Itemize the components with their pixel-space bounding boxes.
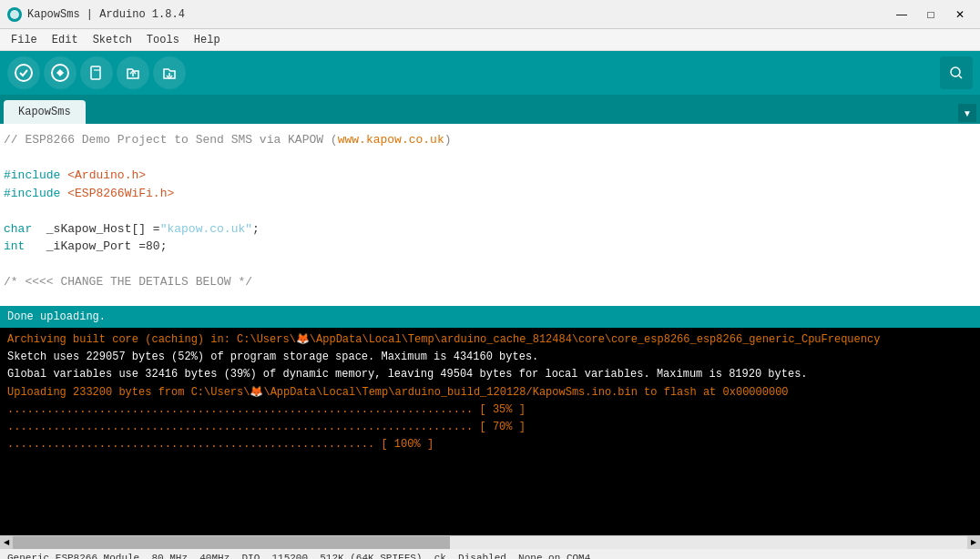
svg-rect-3	[91, 66, 100, 79]
menu-edit[interactable]: Edit	[45, 32, 86, 48]
code-line-1: // ESP8266 Demo Project to Send SMS via …	[4, 131, 973, 149]
code-line-9: /* <<<< CHANGE THE DETAILS BELOW */	[4, 273, 973, 291]
console-line-5: ........................................…	[7, 401, 973, 419]
menu-help[interactable]: Help	[187, 32, 228, 48]
svg-point-1	[15, 65, 32, 81]
svg-point-7	[951, 67, 960, 76]
save-button[interactable]	[153, 56, 186, 89]
code-editor[interactable]: // ESP8266 Demo Project to Send SMS via …	[0, 124, 980, 306]
console-line-6: ........................................…	[7, 419, 973, 436]
maximize-button[interactable]: □	[918, 5, 944, 25]
console-line-1: Archiving built core (caching) in: C:\Us…	[7, 331, 973, 349]
tab-controls: ▼	[958, 104, 976, 124]
app-icon	[7, 7, 22, 22]
tab-kapowsms[interactable]: KapowSms	[4, 100, 86, 124]
scroll-track[interactable]	[13, 536, 967, 549]
new-button[interactable]	[80, 56, 113, 89]
title-left: KapowSms | Arduino 1.8.4	[7, 7, 185, 22]
menu-sketch[interactable]: Sketch	[86, 32, 139, 48]
svg-point-0	[10, 10, 19, 19]
serial-monitor-button[interactable]	[940, 56, 973, 89]
code-line-8	[4, 256, 973, 274]
horizontal-scrollbar[interactable]: ◀ ▶	[0, 535, 980, 548]
menu-tools[interactable]: Tools	[139, 32, 187, 48]
console-line-4: Uploading 233200 bytes from C:\Users\🦊\A…	[7, 384, 973, 401]
window-controls: — □ ✕	[889, 5, 973, 25]
board-info: Generic ESP8266 Module, 80 MHz, 40MHz, D…	[7, 553, 590, 560]
toolbar	[0, 51, 980, 95]
console-line-3: Global variables use 32416 bytes (39%) o…	[7, 366, 973, 383]
code-line-7: int _iKapow_Port =80;	[4, 238, 973, 256]
code-line-2	[4, 149, 973, 168]
code-line-4: #include <ESP8266WiFi.h>	[4, 185, 973, 203]
svg-line-8	[959, 76, 962, 78]
scroll-right-button[interactable]: ▶	[967, 536, 980, 549]
bottom-status-bar: Generic ESP8266 Module, 80 MHz, 40MHz, D…	[0, 548, 980, 559]
menu-file[interactable]: File	[4, 32, 45, 48]
status-text: Done uploading.	[7, 310, 106, 323]
tab-bar: KapowSms ▼	[0, 95, 980, 124]
code-line-5	[4, 202, 973, 220]
code-line-3: #include <Arduino.h>	[4, 167, 973, 185]
title-bar: KapowSms | Arduino 1.8.4 — □ ✕	[0, 0, 980, 29]
window-title: KapowSms | Arduino 1.8.4	[27, 8, 185, 21]
status-bar: Done uploading.	[0, 306, 980, 328]
upload-button[interactable]	[44, 56, 77, 89]
tab-label: KapowSms	[18, 106, 71, 118]
console-line-7: ........................................…	[7, 436, 973, 453]
menu-bar: File Edit Sketch Tools Help	[0, 29, 980, 51]
open-button[interactable]	[117, 56, 149, 89]
console-output[interactable]: Archiving built core (caching) in: C:\Us…	[0, 328, 980, 535]
toolbar-right	[940, 56, 973, 89]
minimize-button[interactable]: —	[889, 5, 914, 25]
close-button[interactable]: ✕	[947, 5, 973, 25]
console-line-2: Sketch uses 229057 bytes (52%) of progra…	[7, 349, 973, 366]
tab-dropdown-button[interactable]: ▼	[958, 104, 976, 122]
scroll-left-button[interactable]: ◀	[0, 536, 13, 549]
scroll-thumb[interactable]	[13, 536, 450, 549]
code-line-6: char _sKapow_Host[] ="kapow.co.uk";	[4, 220, 973, 239]
verify-button[interactable]	[7, 56, 40, 89]
